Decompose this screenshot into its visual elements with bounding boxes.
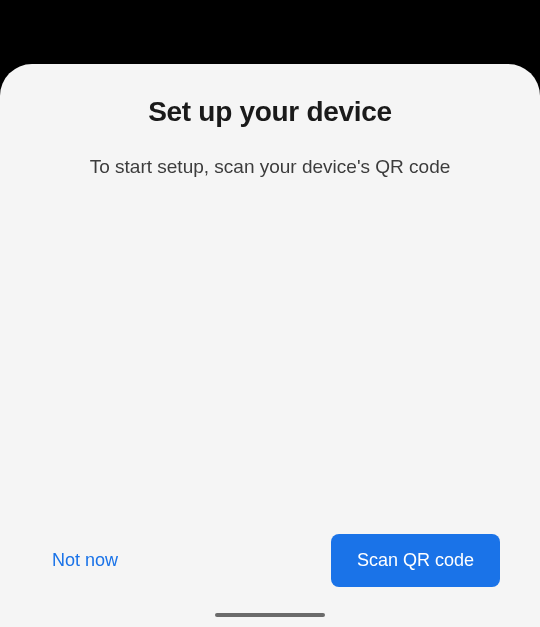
content-spacer <box>24 178 516 526</box>
page-title: Set up your device <box>24 96 516 128</box>
scan-qr-button[interactable]: Scan QR code <box>331 534 500 587</box>
setup-sheet: Set up your device To start setup, scan … <box>0 64 540 627</box>
not-now-button[interactable]: Not now <box>44 538 126 583</box>
navigation-bar-indicator[interactable] <box>215 613 325 617</box>
action-row: Not now Scan QR code <box>24 526 516 599</box>
page-subtitle: To start setup, scan your device's QR co… <box>24 156 516 178</box>
